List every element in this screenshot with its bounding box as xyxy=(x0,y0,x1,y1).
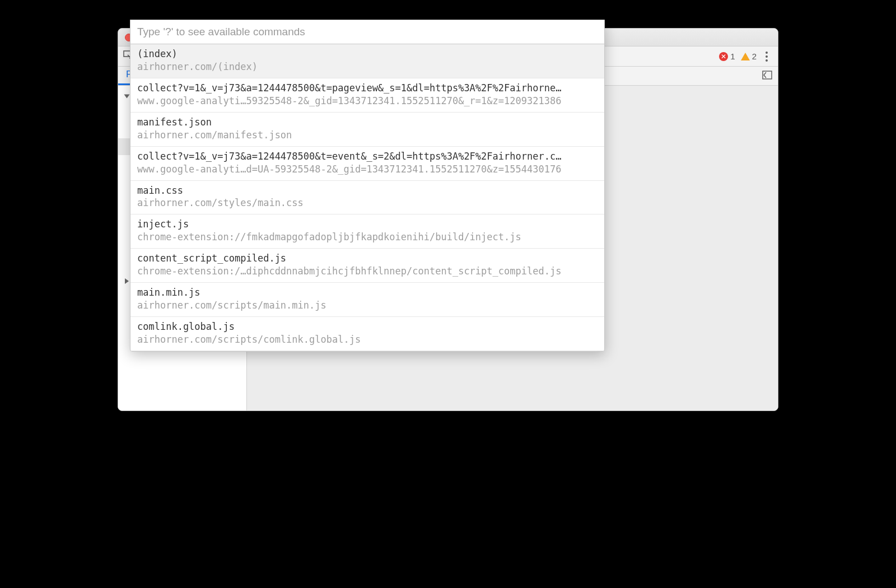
palette-item-secondary: chrome-extension:/…diphcddnnabmjcihcjfbh… xyxy=(137,265,598,278)
disclosure-triangle-icon[interactable] xyxy=(124,95,130,99)
palette-item-primary: collect?v=1&_v=j73&a=1244478500&t=event&… xyxy=(137,150,598,163)
palette-item[interactable]: comlink.global.jsairhorner.com/scripts/c… xyxy=(130,317,604,351)
palette-item-primary: main.css xyxy=(137,184,598,197)
command-palette-list: (index)airhorner.com/(index)collect?v=1&… xyxy=(130,44,604,351)
warning-count-value: 2 xyxy=(752,52,757,61)
palette-item[interactable]: main.cssairhorner.com/styles/main.css xyxy=(130,181,604,215)
palette-item-primary: inject.js xyxy=(137,218,598,231)
palette-item-primary: (index) xyxy=(137,48,598,60)
palette-item-primary: main.min.js xyxy=(137,286,598,299)
palette-item-secondary: chrome-extension://fmkadmapgofadopljbjfk… xyxy=(137,231,598,244)
palette-item[interactable]: main.min.jsairhorner.com/scripts/main.mi… xyxy=(130,283,604,317)
palette-item[interactable]: (index)airhorner.com/(index) xyxy=(130,44,604,78)
palette-item-primary: comlink.global.js xyxy=(137,320,598,333)
palette-item[interactable]: collect?v=1&_v=j73&a=1244478500&t=pagevi… xyxy=(130,78,604,113)
devtools-window: DevTools - airhorner.com/ Elements Conso… xyxy=(118,28,778,411)
palette-item-secondary: airhorner.com/scripts/main.min.js xyxy=(137,299,598,312)
palette-item-secondary: www.google-analyti…59325548-2&_gid=13437… xyxy=(137,95,598,108)
palette-item-secondary: airhorner.com/styles/main.css xyxy=(137,197,598,209)
toggle-navigator-icon[interactable] xyxy=(762,67,772,85)
command-palette-input[interactable] xyxy=(130,28,604,44)
palette-item[interactable]: manifest.jsonairhorner.com/manifest.json xyxy=(130,113,604,147)
disclosure-triangle-icon[interactable] xyxy=(125,278,129,284)
palette-item-secondary: airhorner.com/(index) xyxy=(137,60,598,73)
error-count-value: 1 xyxy=(730,52,735,61)
palette-item[interactable]: content_script_compiled.jschrome-extensi… xyxy=(130,249,604,283)
palette-item[interactable]: inject.jschrome-extension://fmkadmapgofa… xyxy=(130,214,604,249)
palette-item-secondary: airhorner.com/scripts/comlink.global.js xyxy=(137,333,598,346)
warning-icon xyxy=(741,53,750,60)
toolbar-right: ✕ 1 2 xyxy=(719,52,773,62)
error-icon: ✕ xyxy=(719,52,728,61)
palette-item-secondary: www.google-analyti…d=UA-59325548-2&_gid=… xyxy=(137,163,598,176)
palette-item-secondary: airhorner.com/manifest.json xyxy=(137,129,598,142)
warning-count[interactable]: 2 xyxy=(741,52,757,61)
error-count[interactable]: ✕ 1 xyxy=(719,52,735,61)
command-palette: (index)airhorner.com/(index)collect?v=1&… xyxy=(130,28,605,352)
palette-item-primary: content_script_compiled.js xyxy=(137,252,598,265)
palette-item-primary: collect?v=1&_v=j73&a=1244478500&t=pagevi… xyxy=(137,82,598,95)
settings-menu-icon[interactable] xyxy=(762,52,771,62)
palette-item-primary: manifest.json xyxy=(137,116,598,129)
palette-item[interactable]: collect?v=1&_v=j73&a=1244478500&t=event&… xyxy=(130,147,604,181)
